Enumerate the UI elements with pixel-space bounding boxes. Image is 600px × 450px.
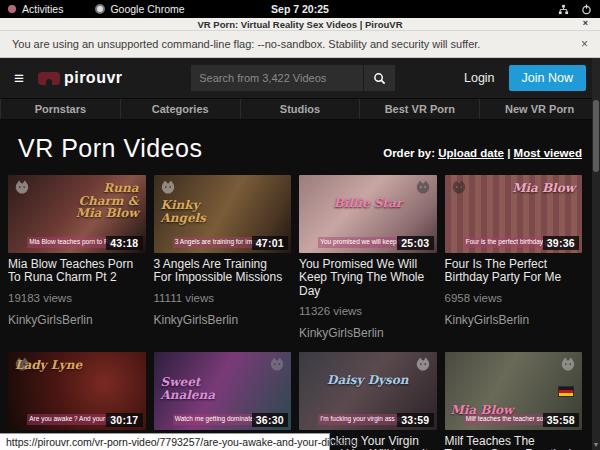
thumbnail-overlay-title: Sweet Analena [161,376,233,401]
nav-item-best-vr-porn[interactable]: Best VR Porn [360,99,480,119]
video-views: 19183 views [8,292,146,304]
logo-text: pirouvr [64,69,123,87]
scrollbar-thumb[interactable] [593,100,599,172]
vr-goggles-icon [38,72,60,85]
web-page: ≡ pirouvr Login Join Now Pornstars Categ… [0,58,600,450]
video-views: 11326 views [299,305,437,317]
cat-logo-icon [450,179,468,195]
video-card[interactable]: Mia Blow Milf teaches the teacher some p… [445,352,583,450]
power-icon[interactable] [581,4,592,15]
site-header: ≡ pirouvr Login Join Now [0,58,600,98]
thumbnail-overlay-title: Kinky Angels [161,199,233,224]
browser-title-bar: VR Porn: Virtual Reality Sex Videos | Pi… [0,18,600,31]
warning-close-icon[interactable]: × [581,37,588,51]
join-now-button[interactable]: Join Now [509,65,586,91]
search-bar [191,65,395,91]
nav-item-pornstars[interactable]: Pornstars [0,99,121,119]
video-views: 11111 views [154,292,292,304]
duration-badge: 43:18 [106,236,142,250]
cat-logo-icon [559,356,577,372]
video-thumbnail[interactable]: Kinky Angels 3 Angels are training for i… [154,175,292,253]
thumbnail-overlay-title: Mia Blow [512,182,575,195]
video-thumbnail[interactable]: Runa Charm & Mia Blow Mia Blow teaches p… [8,175,146,253]
login-button[interactable]: Login [464,71,495,85]
thumbnail-overlay-title: Billie Star [299,197,437,210]
cat-logo-icon [414,356,432,372]
nav-item-categories[interactable]: Categories [121,99,241,119]
nav-item-new-vr-porn[interactable]: New VR Porn [480,99,600,119]
duration-badge: 35:58 [543,413,579,427]
thumbnail-overlay-title: Daisy Dyson [299,374,437,387]
cat-logo-icon [414,179,432,195]
site-logo[interactable]: pirouvr [38,69,123,87]
video-title[interactable]: 3 Angels Are Training For Impossible Mis… [154,258,292,285]
network-icon[interactable] [558,4,569,15]
scroll-down-arrow-icon[interactable]: ▼ [592,441,600,449]
warning-message: You are using an unsupported command-lin… [12,38,480,50]
video-thumbnail[interactable]: Mia Blow Milf teaches the teacher some p… [445,352,583,430]
search-icon [373,72,386,85]
duration-badge: 47:01 [252,236,288,250]
cat-logo-icon [159,179,177,195]
page-title: VR Porn Videos [18,134,202,163]
nav-item-studios[interactable]: Studios [241,99,361,119]
video-card[interactable]: Kinky Angels 3 Angels are training for i… [154,175,292,340]
main-nav: Pornstars Categories Studios Best VR Por… [0,98,600,120]
video-card[interactable]: Runa Charm & Mia Blow Mia Blow teaches p… [8,175,146,340]
duration-badge: 25:03 [397,236,433,250]
order-link-upload-date[interactable]: Upload date [438,147,504,159]
video-studio-link[interactable]: KinkyGirlsBerlin [8,313,146,327]
video-studio-link[interactable]: KinkyGirlsBerlin [445,313,583,327]
video-title[interactable]: Mia Blow Teaches Porn To Runa Charm Pt 2 [8,258,146,285]
clock[interactable]: Sep 7 20:25 [0,3,600,15]
close-icon[interactable]: × [583,18,588,28]
video-views: 6958 views [445,292,583,304]
video-thumbnail[interactable]: Daisy Dyson I'm fucking your virgin ass … [299,352,437,430]
duration-badge: 30:17 [106,413,142,427]
video-grid: Runa Charm & Mia Blow Mia Blow teaches p… [0,173,592,450]
window-title: VR Porn: Virtual Reality Sex Videos | Pi… [197,19,402,30]
video-card[interactable]: Mia Blow Four is the perfect birthday pa… [445,175,583,340]
video-title[interactable]: You Promised We Will Keep Trying The Who… [299,258,437,298]
duration-badge: 36:30 [252,413,288,427]
order-by-control: Order by: Upload date | Most viewed [383,147,582,163]
video-thumbnail[interactable]: Mia Blow Four is the perfect birthday pa… [445,175,583,253]
order-by-label: Order by: [383,147,435,159]
hamburger-menu-icon[interactable]: ≡ [14,70,24,87]
order-link-most-viewed[interactable]: Most viewed [514,147,582,159]
system-top-bar: Activities Google Chrome Sep 7 20:25 [0,0,600,18]
video-thumbnail[interactable]: Sweet Analena Watch me getting dominated… [154,352,292,430]
cat-logo-icon [268,356,286,372]
video-studio-link[interactable]: KinkyGirlsBerlin [154,313,292,327]
duration-badge: 39:36 [543,236,579,250]
search-button[interactable] [363,65,395,91]
thumbnail-overlay-title: Lady Lyne [15,359,82,372]
scrollbar[interactable]: ▼ [592,58,600,450]
video-title[interactable]: Milf Teaches The Teacher Some Practical … [445,435,583,450]
search-input[interactable] [191,65,363,91]
duration-badge: 33:59 [397,413,433,427]
video-card[interactable]: Billie Star You promised we will keep tr… [299,175,437,340]
status-bar-url: https://pirouvr.com/vr-porn-video/779325… [0,433,330,450]
video-thumbnail[interactable]: Billie Star You promised we will keep tr… [299,175,437,253]
video-studio-link[interactable]: KinkyGirlsBerlin [299,326,437,340]
sandbox-warning-bar: You are using an unsupported command-lin… [0,31,600,58]
video-thumbnail[interactable]: Lady Lyne Are you awake ? And your dick … [8,352,146,430]
video-title[interactable]: Four Is The Perfect Birthday Party For M… [445,258,583,285]
german-flag-icon [558,386,574,397]
cat-logo-icon [13,179,31,195]
thumbnail-overlay-title: Runa Charm & Mia Blow [67,182,139,220]
